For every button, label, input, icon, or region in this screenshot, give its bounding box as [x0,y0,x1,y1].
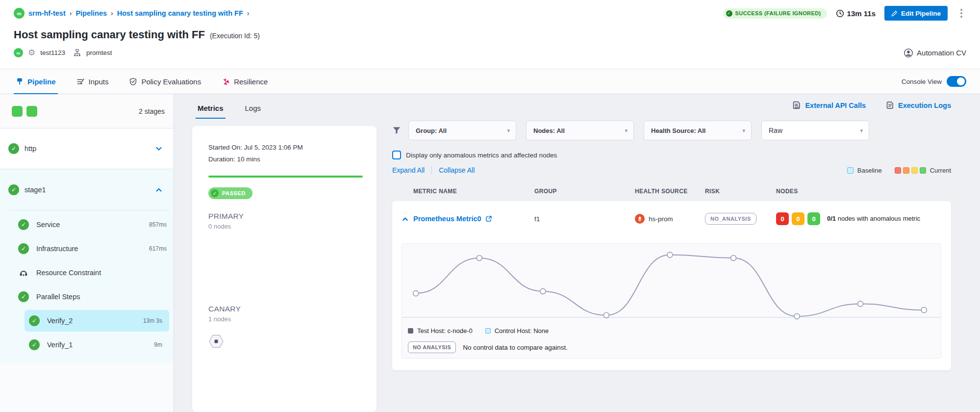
check-icon: ✓ [726,10,732,17]
pipeline-icon [16,77,24,85]
collapse-metric-chevron[interactable] [402,215,413,223]
anomalous-only-checkbox[interactable] [392,151,401,159]
breadcrumb-pipeline-name[interactable]: Host sampling canary testing with FF [117,9,243,17]
chevron-right-icon: › [247,9,250,17]
step-resource-constraint[interactable]: Resource Constraint [0,260,174,284]
chevron-down-icon: ▾ [742,128,745,134]
col-risk: RISK [705,188,776,195]
col-group: GROUP [534,188,635,195]
health-source-filter-dropdown[interactable]: Health Source: All▾ [644,121,752,140]
breadcrumb-pipelines[interactable]: Pipelines [75,9,107,17]
execution-logs-link[interactable]: Execution Logs [886,101,951,110]
inputs-icon [76,77,85,86]
svg-text:API: API [795,106,800,109]
external-api-calls-link[interactable]: API External API Calls [793,101,866,110]
col-metric-name: METRIC NAME [413,188,534,195]
stage-square-icon [12,106,23,117]
harness-service-icon: ∞ [14,48,23,57]
control-host-swatch [485,328,491,334]
resilience-icon [222,77,230,86]
page-header: ∞ srm-hf-test › Pipelines › Host samplin… [0,0,980,69]
group-filter-dropdown[interactable]: Group: All▾ [408,121,516,140]
chart-host-legend: Test Host: c-node-0 Control Host: None [402,322,941,335]
execution-sidebar: 2 stages ✓ http ✓ stage1 ✓ [0,94,174,412]
expand-all-link[interactable]: Expand All [392,166,425,174]
primary-node-count: 0 nodes [208,223,363,230]
chevron-up-icon[interactable] [155,186,163,194]
control-host-legend: Control Host: None [485,327,549,335]
divider [431,166,432,174]
console-view-label: Console View [902,78,942,85]
health-source-cell: hs-prom [635,214,705,224]
service-name: test1123 [40,49,65,56]
filter-icon[interactable] [392,126,401,135]
step-verify-2[interactable]: ✓ Verify_2 13m 3s [0,309,174,333]
step-verify-1[interactable]: ✓ Verify_1 9m [0,333,174,357]
canary-node-count: 1 nodes [208,315,363,323]
resource-constraint-icon [18,268,29,278]
tab-pipeline[interactable]: Pipeline [14,69,58,94]
metric-name-link[interactable]: Prometheus Metric0 [413,215,534,223]
risk-badge: NO_ANALYSIS [705,213,756,225]
anomalous-only-label: Display only anomalous metrics and affec… [406,152,557,159]
stages-summary: 2 stages [0,94,174,129]
tab-resilience[interactable]: Resilience [220,69,270,94]
stage1-steps: ✓ Service 857ms ✓ Infrastructure 617ms R… [0,210,174,363]
console-view-toggle[interactable] [947,76,966,87]
breadcrumb: ∞ srm-hf-test › Pipelines › Host samplin… [14,8,249,19]
metric-row: Prometheus Metric0 f1 hs-prom NO_ANALYSI… [402,201,941,236]
started-on: Started On: Jul 5, 2023 1:06 PM [208,142,363,154]
green-node-count: 0 [807,212,820,225]
metric-card: Prometheus Metric0 f1 hs-prom NO_ANALYSI… [392,201,951,370]
elapsed-time: 13m 11s [836,9,876,18]
chevron-down-icon[interactable] [155,145,163,153]
amber-node-count: 0 [792,212,804,225]
stage-item-http[interactable]: ✓ http [0,129,174,169]
metric-group: f1 [534,215,635,223]
canary-label: CANARY [208,305,363,313]
monitored-service-icon [73,49,81,57]
data-mode-dropdown[interactable]: Raw▾ [761,121,869,140]
step-duration: 13m 3s [143,317,162,324]
success-check-icon: ✓ [18,291,29,302]
main-tabbar: Pipeline Inputs Policy Evaluations Resil… [0,69,980,94]
stage-item-stage1[interactable]: ✓ stage1 [0,169,174,210]
metrics-content: API External API Calls Execution Logs Gr… [385,94,980,412]
no-analysis-message: No control data to compare against. [463,344,568,351]
user-avatar-icon [904,49,913,57]
step-infrastructure[interactable]: ✓ Infrastructure 617ms [0,236,174,260]
analysis-status-row: NO ANALYSIS No control data to compare a… [402,335,941,353]
api-document-icon: API [793,101,801,110]
check-icon: ✓ [211,189,219,197]
progress-bar [208,176,363,178]
col-health-source: HEALTH SOURCE [635,188,705,195]
primary-label: PRIMARY [208,212,363,221]
success-check-icon: ✓ [18,219,29,230]
metric-line-chart[interactable] [402,244,941,322]
stage-count: 2 stages [139,107,165,115]
step-service[interactable]: ✓ Service 857ms [0,212,174,236]
no-analysis-badge: NO ANALYSIS [408,341,456,353]
col-nodes: NODES [776,188,941,195]
breadcrumb-project[interactable]: srm-hf-test [28,9,66,17]
duration: Duration: 10 mins [208,154,363,165]
verification-summary-card: Started On: Jul 5, 2023 1:06 PM Duration… [192,126,377,412]
chevron-down-icon: ▾ [860,128,863,134]
step-duration: 857ms [149,221,167,228]
tab-metrics[interactable]: Metrics [198,104,224,119]
more-options-button[interactable] [956,7,966,20]
chevron-right-icon: › [70,9,72,17]
collapse-all-link[interactable]: Collapse All [439,166,475,174]
step-parallel-steps[interactable]: ✓ Parallel Steps [0,284,174,309]
edit-pipeline-button[interactable]: Edit Pipeline [884,6,948,21]
metric-chart-panel: Test Host: c-node-0 Control Host: None N… [402,243,941,359]
tab-logs[interactable]: Logs [245,104,261,119]
tab-policy-evaluations[interactable]: Policy Evaluations [127,69,203,94]
tab-inputs[interactable]: Inputs [75,69,111,94]
selected-step-highlight[interactable]: ✓ Verify_2 13m 3s [25,310,169,332]
nodes-summary: 0/1 nodes with anomalous metric [827,214,930,224]
pencil-icon [891,10,898,17]
nodes-filter-dropdown[interactable]: Nodes: All▾ [526,121,634,140]
canary-node-hexagon[interactable] [208,335,363,348]
chart-color-legend: Baseline Current [847,167,951,174]
